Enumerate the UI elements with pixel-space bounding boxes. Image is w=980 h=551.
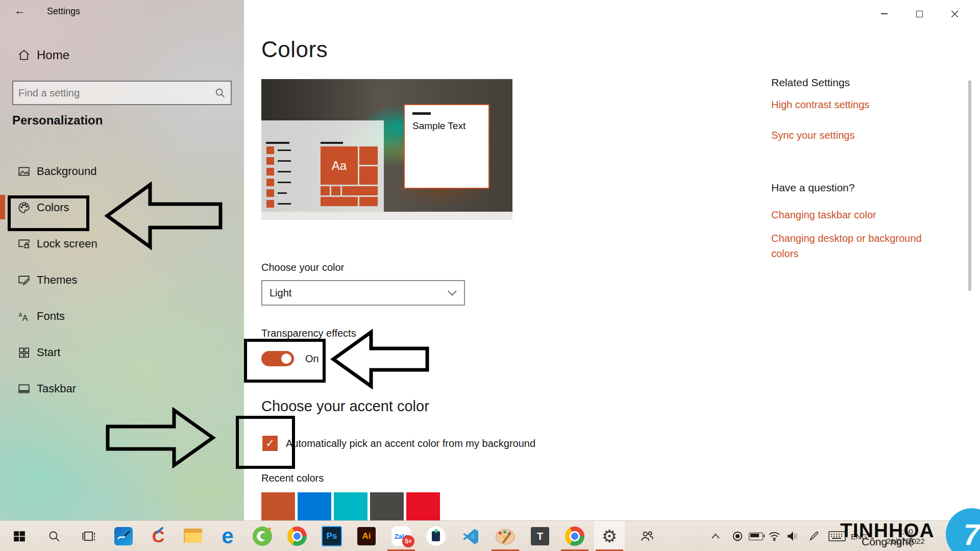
tray-battery-icon[interactable]: [747, 521, 765, 551]
photoshop-app-button[interactable]: Ps: [316, 521, 347, 551]
selected-item-accent-bar: [0, 195, 5, 219]
paint-app-button[interactable]: [490, 521, 521, 551]
sample-text-label: Sample Text: [412, 120, 465, 132]
whiteboard-app-button[interactable]: [108, 521, 139, 551]
search-icon[interactable]: [214, 87, 226, 98]
paint-palette-icon: [496, 528, 515, 544]
recent-color-swatch-orange[interactable]: [261, 492, 295, 524]
task-view-button[interactable]: [74, 521, 104, 551]
sidebar-item-home[interactable]: Home: [0, 42, 244, 68]
sample-window-title-dash: [412, 112, 431, 115]
minimize-button[interactable]: [873, 6, 895, 21]
preview-list-line: [278, 182, 291, 183]
back-arrow-icon[interactable]: ←: [14, 4, 26, 17]
preview-tile: [321, 197, 358, 206]
link-high-contrast[interactable]: High contrast settings: [771, 99, 869, 111]
search-icon: [47, 530, 61, 543]
preview-tile: [342, 186, 378, 195]
color-preview-image: Aa Sample Text: [261, 79, 512, 220]
sidebar-item-themes[interactable]: Themes: [0, 267, 244, 293]
sidebar-item-fonts[interactable]: A A Fonts: [0, 303, 244, 330]
coccoc-browser-button[interactable]: [247, 521, 278, 551]
sidebar-item-label: Start: [37, 346, 60, 359]
auto-accent-checkbox-label: Automatically pick an accent color from …: [286, 438, 535, 449]
taskbar: C e Ps Ai: [0, 520, 980, 551]
people-button[interactable]: [632, 521, 663, 551]
watermark-subtext: Công nghệ: [862, 536, 914, 548]
chrome-browser-button-2[interactable]: [559, 521, 590, 551]
color-mode-dropdown[interactable]: Light: [261, 280, 465, 306]
vscode-app-button[interactable]: [455, 521, 486, 551]
file-explorer-button[interactable]: [178, 521, 208, 551]
sidebar-item-taskbar[interactable]: Taskbar: [0, 375, 244, 402]
photoshop-icon: Ps: [322, 526, 342, 546]
windows-logo-icon: [13, 530, 26, 543]
chrome-icon: [287, 527, 307, 546]
t-app-button[interactable]: T: [525, 521, 555, 551]
people-icon: [640, 529, 655, 544]
zalo-icon: Zalo 5+: [391, 527, 411, 546]
tray-wifi-icon[interactable]: [766, 521, 783, 551]
start-button[interactable]: [4, 521, 35, 551]
sidebar-item-label: Themes: [37, 273, 77, 287]
sidebar-item-start[interactable]: Start: [0, 339, 244, 366]
preview-tile: [359, 197, 378, 206]
recent-color-swatch-red[interactable]: [406, 492, 440, 524]
link-changing-taskbar-color[interactable]: Changing taskbar color: [771, 209, 876, 221]
search-input[interactable]: [13, 87, 214, 99]
accent-color-heading: Choose your accent color: [261, 398, 429, 415]
preview-list-square: [266, 146, 274, 154]
taskbar-icon: [17, 382, 31, 395]
chrome-icon: [565, 527, 584, 546]
maximize-button[interactable]: [908, 6, 930, 21]
fonts-icon: A A: [17, 310, 31, 323]
settings-app-button[interactable]: ⚙: [594, 521, 625, 551]
preview-tile: [359, 146, 378, 165]
tray-pen-icon[interactable]: [805, 521, 823, 551]
recent-color-swatch-blue[interactable]: [298, 492, 331, 524]
preview-list-square: [266, 189, 274, 197]
t-app-icon: T: [531, 527, 549, 545]
sidebar-item-label: Fonts: [37, 310, 65, 323]
window-title: Settings: [47, 6, 80, 17]
recent-color-swatch-teal[interactable]: [334, 492, 368, 524]
preview-aa-tile: Aa: [321, 146, 358, 185]
scrollbar-thumb[interactable]: [968, 81, 971, 291]
sidebar-item-label: Lock screen: [37, 237, 97, 251]
preview-list-square: [266, 168, 274, 176]
preview-tile: [321, 186, 330, 195]
close-button[interactable]: [943, 6, 966, 21]
tray-overflow-chevron[interactable]: [707, 521, 724, 551]
ccleaner-icon: C: [152, 527, 165, 546]
home-icon: [17, 48, 31, 62]
android-studio-icon: [426, 527, 446, 546]
svg-text:A: A: [22, 313, 28, 322]
preview-list-line: [278, 149, 291, 151]
task-view-icon: [82, 529, 96, 543]
illustrator-icon: Ai: [357, 527, 376, 545]
tray-record-icon[interactable]: [729, 521, 746, 551]
zalo-app-button[interactable]: Zalo 5+: [386, 521, 416, 551]
annotation-box-toggle: [244, 339, 326, 383]
themes-icon: [17, 273, 31, 287]
ccleaner-app-button[interactable]: C: [143, 521, 174, 551]
page-title: Colors: [261, 37, 328, 62]
settings-gear-icon: ⚙: [602, 526, 617, 546]
preview-list-line: [278, 171, 291, 172]
recent-color-swatch-gray[interactable]: [370, 492, 404, 524]
link-sync-settings[interactable]: Sync your settings: [771, 130, 854, 141]
tray-volume-icon[interactable]: [784, 521, 801, 551]
annotation-box-checkbox: [236, 416, 295, 469]
preview-list-line: [278, 203, 291, 205]
annotation-arrow-to-checkbox: [104, 407, 217, 468]
preview-list-line: [278, 160, 291, 162]
chevron-down-icon: [448, 290, 457, 296]
android-studio-button[interactable]: [421, 521, 451, 551]
chrome-browser-button[interactable]: [282, 521, 312, 551]
desktop-screen: ← Settings Home Personalization Backgrou…: [0, 0, 980, 551]
start-tiles-icon: [17, 346, 31, 359]
taskbar-search-button[interactable]: [39, 521, 69, 551]
edge-browser-button[interactable]: e: [212, 521, 243, 551]
link-changing-desktop-colors[interactable]: Changing desktop or background colors: [771, 231, 945, 261]
illustrator-app-button[interactable]: Ai: [351, 521, 382, 551]
